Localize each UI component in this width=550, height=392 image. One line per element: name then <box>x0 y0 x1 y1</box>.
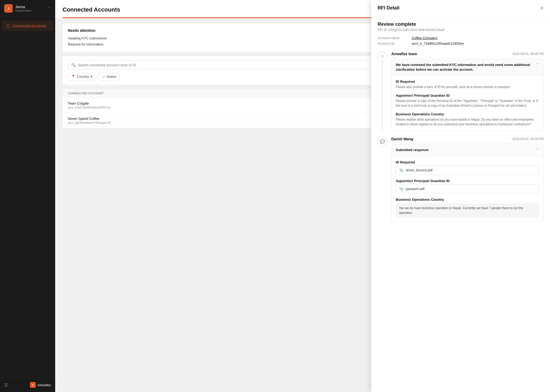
country-filter-label: Country <box>77 75 89 79</box>
timeline-author: Airwallex team <box>391 52 417 56</box>
org-type: Organisation <box>15 9 32 12</box>
timeline-header-row-2: Daniel Wang 2024-09-03, 04:46 PM <box>391 137 544 141</box>
rfi-close-button[interactable]: ✕ <box>540 6 544 11</box>
sidebar-item-connected-accounts[interactable]: ⬡ Connected Accounts <box>2 21 53 31</box>
file-name: driver_licence.pdf <box>406 168 433 172</box>
timeline-content-daniel: Daniel Wang 2024-09-03, 04:46 PM Submitt… <box>391 137 544 221</box>
rfi-section-appointor: Appointor/ Principal/ Guardian ID Please… <box>396 94 539 108</box>
rfi-panel: RFI Detail ✕ Review complete RFI ID: vf5… <box>371 0 550 392</box>
account-id-row: Account ID acct_e_71b90s12Rxaadc12452tre <box>378 42 544 45</box>
paperclip-icon: 📎 <box>399 168 404 172</box>
timeline-line <box>382 62 383 131</box>
rfi-id: RFI ID: vf55g61h-cb60-4541-8fa6-4bc50c1c… <box>378 28 544 32</box>
rfi-section-id-required: ID Required Please also provide a form o… <box>396 80 539 89</box>
connected-accounts-icon: ⬡ <box>6 23 10 28</box>
sidebar: J Janva Organisation ⌃ ⬡ Connected Accou… <box>0 0 55 392</box>
review-status: Review complete RFI ID: vf55g61h-cb60-45… <box>378 22 544 45</box>
rfi-panel-title: RFI Detail <box>378 5 399 11</box>
timeline-date: 2024-09-03, 05:46 PM <box>512 52 544 56</box>
timeline-card-title: We have reviewed the submitted KYC infor… <box>396 63 536 72</box>
timeline-author-2: Daniel Wang <box>391 137 413 141</box>
timeline: ? Airwallex team 2024-09-03, 05:46 PM We… <box>378 52 544 222</box>
sidebar-footer: ☰ ✦ Airwallex <box>0 378 55 392</box>
account-name-label: Account name <box>378 36 412 40</box>
sidebar-header: J Janva Organisation ⌃ <box>0 0 55 17</box>
sidebar-nav: ⬡ Connected Accounts <box>0 17 55 378</box>
search-icon: 🔍 <box>71 63 76 67</box>
status-filter-button[interactable]: ▭ Status <box>99 73 120 81</box>
question-icon: ? <box>378 52 387 61</box>
timeline-card-header[interactable]: We have reviewed the submitted KYC infor… <box>392 59 543 76</box>
rfi-section-business-ops: Business Operations Country Please expla… <box>396 112 539 127</box>
org-switcher-chevron[interactable]: ⌃ <box>48 6 51 11</box>
org-name: Janva <box>15 5 32 9</box>
rfi-section-desc: Please provide a copy of the Personal ID… <box>396 99 539 108</box>
rfi-section-desc: Please also provide a form of ID for you… <box>396 85 539 89</box>
account-name-row: Account name Coffee Company <box>378 36 544 40</box>
review-status-title: Review complete <box>378 22 544 27</box>
org-avatar: J <box>4 4 13 13</box>
chevron-up-icon: ⌃ <box>536 63 539 67</box>
timeline-item-airwallex: ? Airwallex team 2024-09-03, 05:46 PM We… <box>378 52 544 131</box>
country-filter-chevron: ▾ <box>91 75 92 79</box>
timeline-icon-col: ? <box>378 52 387 131</box>
rfi-section-id-file: ID Required 📎 driver_licence.pdf <box>396 160 539 175</box>
timeline-card-title-2: Submitted response <box>396 148 536 152</box>
timeline-date-2: 2024-09-03, 04:46 PM <box>512 137 544 141</box>
file-name: passport.pdf <box>406 187 425 191</box>
text-response: Yes we do have business operation in Nep… <box>396 203 539 218</box>
rfi-section-title: ID Required <box>396 160 539 164</box>
rfi-section-title: Appointor/ Principal/ Guardian ID <box>396 179 539 183</box>
org-info: Janva Organisation <box>15 5 32 12</box>
rfi-section-title: Business Operations Country <box>396 198 539 202</box>
status-filter-label: Status <box>107 75 116 79</box>
status-icon: ▭ <box>102 75 105 79</box>
file-attachment-passport[interactable]: 📎 passport.pdf <box>396 184 539 193</box>
rfi-header: RFI Detail ✕ <box>371 0 550 16</box>
rfi-section-title: Appointor/ Principal/ Guardian ID <box>396 94 539 97</box>
airwallex-logo: ✦ Airwallex <box>30 382 51 388</box>
rfi-section-title: Business Operations Country <box>396 112 539 116</box>
menu-icon[interactable]: ☰ <box>4 383 8 388</box>
sidebar-item-label: Connected Accounts <box>13 24 46 28</box>
timeline-card-header-2[interactable]: Submitted response ⌃ <box>392 144 543 156</box>
chevron-up-icon-2: ⌃ <box>536 148 539 152</box>
timeline-icon-col-2: 💬 <box>378 137 387 221</box>
timeline-card-body-2: ID Required 📎 driver_licence.pdf Appoint… <box>392 156 543 221</box>
timeline-card-body: ID Required Please also provide a form o… <box>392 76 543 130</box>
airwallex-logo-text: Airwallex <box>37 383 51 387</box>
location-icon: 📍 <box>71 75 75 79</box>
org-info-container[interactable]: J Janva Organisation <box>4 4 32 13</box>
rfi-section-title: ID Required <box>396 80 539 84</box>
comment-icon: 💬 <box>378 137 387 146</box>
rfi-section-appointor-file: Appointor/ Principal/ Guardian ID 📎 pass… <box>396 179 539 193</box>
timeline-card-daniel: Submitted response ⌃ ID Required 📎 drive… <box>391 144 544 221</box>
account-id-label: Account ID <box>378 42 412 45</box>
file-attachment-driver[interactable]: 📎 driver_licence.pdf <box>396 166 539 175</box>
account-id-value: acct_e_71b90s12Rxaadc12452tre <box>412 42 464 45</box>
timeline-header-row: Airwallex team 2024-09-03, 05:46 PM <box>391 52 544 56</box>
airwallex-logo-icon: ✦ <box>30 382 36 388</box>
account-name-value[interactable]: Coffee Company <box>412 36 437 40</box>
timeline-card-airwallex: We have reviewed the submitted KYC infor… <box>391 59 544 131</box>
timeline-item-daniel: 💬 Daniel Wang 2024-09-03, 04:46 PM Submi… <box>378 137 544 221</box>
timeline-content-airwallex: Airwallex team 2024-09-03, 05:46 PM We h… <box>391 52 544 131</box>
rfi-body: Review complete RFI ID: vf55g61h-cb60-45… <box>371 16 550 392</box>
country-filter-button[interactable]: 📍 Country ▾ <box>68 73 96 81</box>
paperclip-icon-2: 📎 <box>399 187 404 191</box>
rfi-section-desc: Please explain what operations do you ha… <box>396 117 539 127</box>
rfi-section-business-ops-response: Business Operations Country Yes we do ha… <box>396 198 539 218</box>
